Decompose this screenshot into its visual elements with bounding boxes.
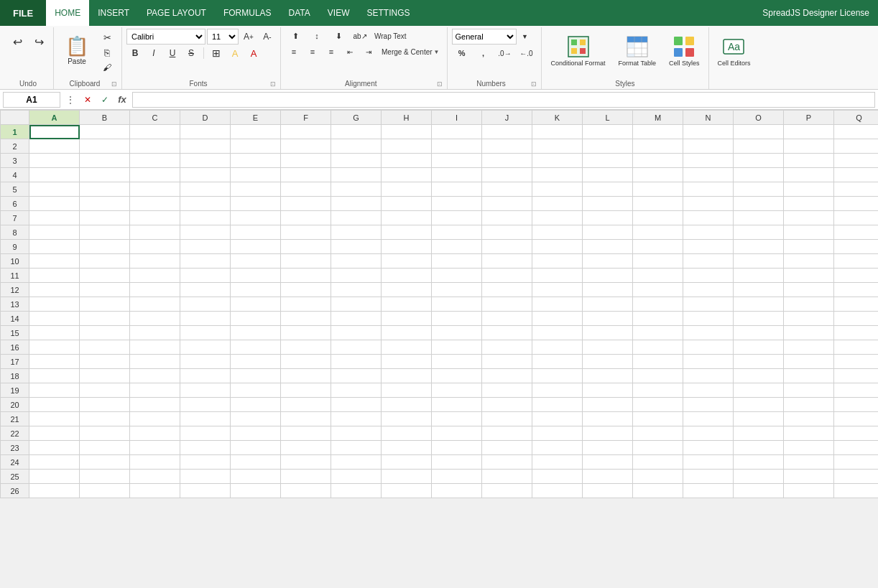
cell-H23[interactable] [382, 441, 432, 455]
cell-O10[interactable] [734, 254, 784, 269]
cell-L19[interactable] [583, 383, 633, 398]
col-header-I[interactable]: I [432, 111, 482, 125]
cell-M18[interactable] [633, 369, 683, 383]
col-header-O[interactable]: O [734, 111, 784, 125]
cell-C16[interactable] [130, 340, 180, 355]
col-header-H[interactable]: H [382, 111, 432, 125]
cell-H25[interactable] [382, 470, 432, 484]
col-header-M[interactable]: M [633, 111, 683, 125]
cell-D25[interactable] [180, 470, 231, 484]
cell-F14[interactable] [281, 312, 331, 326]
cell-D11[interactable] [180, 269, 231, 283]
cell-D10[interactable] [180, 254, 231, 269]
cell-C5[interactable] [130, 182, 180, 197]
row-header-3[interactable]: 3 [1, 154, 29, 168]
cell-I14[interactable] [432, 312, 482, 326]
cell-J2[interactable] [482, 139, 532, 154]
decrease-font-btn[interactable]: A- [259, 29, 276, 44]
cell-I3[interactable] [432, 154, 482, 168]
cell-K3[interactable] [532, 154, 583, 168]
cell-G21[interactable] [331, 412, 382, 426]
cell-M6[interactable] [633, 197, 683, 211]
cell-C10[interactable] [130, 254, 180, 269]
cell-A24[interactable] [29, 455, 80, 470]
cell-C4[interactable] [130, 168, 180, 182]
cell-B8[interactable] [80, 225, 130, 240]
cell-A8[interactable] [29, 225, 80, 240]
cell-N1[interactable] [683, 125, 734, 139]
cell-C9[interactable] [130, 240, 180, 254]
cell-I13[interactable] [432, 297, 482, 312]
cell-J13[interactable] [482, 297, 532, 312]
cell-H10[interactable] [382, 254, 432, 269]
cell-C24[interactable] [130, 455, 180, 470]
cell-E24[interactable] [231, 455, 281, 470]
cell-B15[interactable] [80, 326, 130, 340]
cell-C18[interactable] [130, 369, 180, 383]
cell-O13[interactable] [734, 297, 784, 312]
cell-B7[interactable] [80, 211, 130, 225]
cell-O2[interactable] [734, 139, 784, 154]
cell-L1[interactable] [583, 125, 633, 139]
cell-P21[interactable] [784, 412, 834, 426]
cell-L3[interactable] [583, 154, 633, 168]
cell-O26[interactable] [734, 484, 784, 498]
cell-J11[interactable] [482, 269, 532, 283]
cell-J25[interactable] [482, 470, 532, 484]
cell-M22[interactable] [633, 426, 683, 441]
cell-G11[interactable] [331, 269, 382, 283]
cell-J26[interactable] [482, 484, 532, 498]
cell-N2[interactable] [683, 139, 734, 154]
cell-L6[interactable] [583, 197, 633, 211]
cell-P24[interactable] [784, 455, 834, 470]
row-header-7[interactable]: 7 [1, 211, 29, 225]
cell-B13[interactable] [80, 297, 130, 312]
row-header-2[interactable]: 2 [1, 139, 29, 154]
cell-O16[interactable] [734, 340, 784, 355]
cell-G14[interactable] [331, 312, 382, 326]
cell-O21[interactable] [734, 412, 784, 426]
cell-A22[interactable] [29, 426, 80, 441]
cell-F7[interactable] [281, 211, 331, 225]
cell-F22[interactable] [281, 426, 331, 441]
cell-P2[interactable] [784, 139, 834, 154]
cell-F2[interactable] [281, 139, 331, 154]
cell-H14[interactable] [382, 312, 432, 326]
cell-Q21[interactable] [834, 412, 879, 426]
increase-font-btn[interactable]: A+ [240, 29, 257, 44]
cell-D13[interactable] [180, 297, 231, 312]
cell-C13[interactable] [130, 297, 180, 312]
cell-J5[interactable] [482, 182, 532, 197]
cell-J8[interactable] [482, 225, 532, 240]
cell-G18[interactable] [331, 369, 382, 383]
cell-Q7[interactable] [834, 211, 879, 225]
cell-P20[interactable] [784, 398, 834, 412]
cell-O17[interactable] [734, 355, 784, 369]
cell-G1[interactable] [331, 125, 382, 139]
cell-D8[interactable] [180, 225, 231, 240]
cell-E19[interactable] [231, 383, 281, 398]
cell-C26[interactable] [130, 484, 180, 498]
row-header-11[interactable]: 11 [1, 269, 29, 283]
cell-K15[interactable] [532, 326, 583, 340]
cell-N14[interactable] [683, 312, 734, 326]
cell-A14[interactable] [29, 312, 80, 326]
cell-P17[interactable] [784, 355, 834, 369]
cell-F8[interactable] [281, 225, 331, 240]
cell-E1[interactable] [231, 125, 281, 139]
formula-input[interactable] [132, 92, 875, 108]
cell-G24[interactable] [331, 455, 382, 470]
cell-K8[interactable] [532, 225, 583, 240]
col-header-C[interactable]: C [130, 111, 180, 125]
cell-styles-button[interactable]: Cell Styles [664, 29, 705, 72]
confirm-formula-btn[interactable]: ✓ [98, 93, 112, 107]
cell-F18[interactable] [281, 369, 331, 383]
cell-F15[interactable] [281, 326, 331, 340]
cell-N18[interactable] [683, 369, 734, 383]
cell-C15[interactable] [130, 326, 180, 340]
cell-F4[interactable] [281, 168, 331, 182]
numbers-expand-icon[interactable]: ⊡ [531, 80, 537, 88]
cell-C14[interactable] [130, 312, 180, 326]
decrease-indent-btn[interactable]: ⇤ [341, 45, 359, 59]
font-size-select[interactable]: 11 [207, 29, 239, 45]
